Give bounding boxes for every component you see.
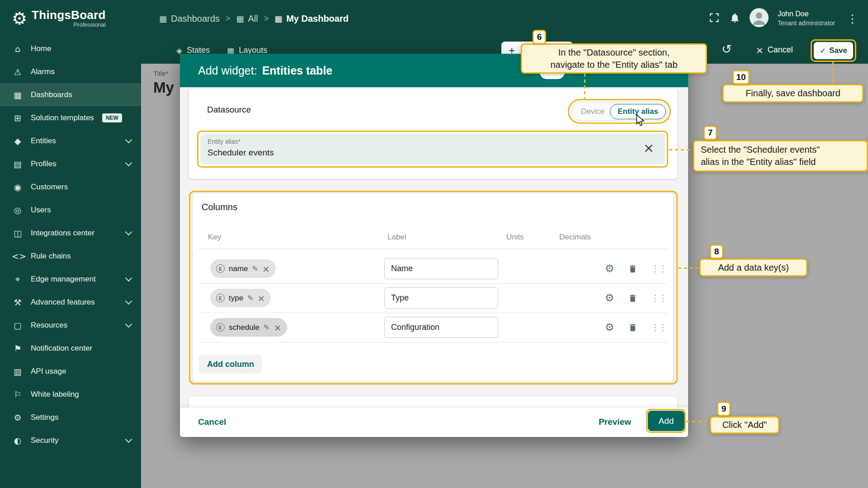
callout-7-number: 7 [703,126,717,140]
sidebar-item-security[interactable]: ◐ Security [0,429,141,452]
delete-key-trash-icon[interactable] [628,323,637,334]
key-settings-gear-icon[interactable]: ⚙ [605,263,614,274]
edit-pencil-icon[interactable]: ✎ [264,323,269,332]
edit-pencil-icon[interactable]: ✎ [247,294,253,302]
sidebar-item-notification-center[interactable]: ⚑ Notification center [0,337,141,360]
delete-key-trash-icon[interactable] [628,264,637,276]
users-icon: ◎ [12,205,24,215]
sidebar-item-advanced-features[interactable]: ⚒ Advanced features [0,291,141,314]
preview-button[interactable]: Preview [599,417,631,427]
column-label-input[interactable] [384,317,498,338]
dashboards-icon: ▦ [12,90,24,100]
profiles-icon: ▤ [12,159,24,169]
drag-handle-icon[interactable]: ⋮⋮ [651,293,666,303]
sidebar-item-white-labeling[interactable]: ⚐ White labeling [0,383,141,406]
sidebar-item-edge-management[interactable]: ⌖ Edge management [0,267,141,291]
remove-key-icon[interactable]: × [258,294,265,302]
cancel-dashboard-edit-button[interactable]: × Cancel [756,45,793,55]
add-button[interactable]: Add [648,411,684,431]
drag-handle-icon[interactable]: ⋮⋮ [651,263,666,273]
dashboard-grid-icon: ▦ [236,14,244,23]
history-undo-icon[interactable]: ↺ [722,42,732,56]
security-icon: ◐ [12,436,24,446]
connector-callout-6 [584,74,585,99]
sidebar-item-dashboards[interactable]: ▦ Dashboards [0,83,141,106]
sidebar-item-customers[interactable]: ◉ Customers [0,175,141,198]
dialog-cancel-button[interactable]: Cancel [198,417,226,427]
callout-9: Click "Add" [710,416,779,434]
add-widget-dialog: Add widget: Entities table Datasource De… [180,54,688,437]
delete-key-trash-icon[interactable] [628,293,637,305]
key-chip-schedule[interactable]: E schedule ✎ × [210,318,287,337]
avatar[interactable] [750,8,769,29]
drag-handle-icon[interactable]: ⋮⋮ [651,322,666,332]
save-dashboard-button[interactable]: ✓ Save [814,42,853,59]
fullscreen-icon[interactable] [708,12,720,25]
dashboard-grid-icon: ▦ [159,14,167,23]
alarm-icon: ⚠ [12,67,24,77]
chevron-down-icon [125,229,132,236]
sidebar-item-home[interactable]: ⌂ Home [0,37,141,60]
customers-icon: ◉ [12,182,24,192]
dialog-title: Entities table [262,64,333,77]
sidebar-item-alarms[interactable]: ⚠ Alarms [0,60,141,83]
integrations-icon: ◫ [12,228,24,238]
toggle-device[interactable]: Device [572,107,608,116]
callout-8-number: 8 [710,244,723,259]
dialog-title-prefix: Add widget: [198,64,257,77]
breadcrumb-separator: > [226,14,231,23]
sidebar: ⚙ ThingsBoard Professional ⌂ Home ⚠ Alar… [0,0,141,488]
sidebar-item-resources[interactable]: ▢ Resources [0,314,141,337]
user-name: John Doe [778,9,835,19]
brand-name: ThingsBoard [32,9,106,21]
sidebar-item-profiles[interactable]: ▤ Profiles [0,152,141,175]
col-header-label: Label [387,233,406,242]
sidebar-item-rule-chains[interactable]: <> Rule chains [0,244,141,267]
add-column-button[interactable]: Add column [199,355,262,374]
new-badge: NEW [102,113,122,122]
entities-icon: ◆ [12,136,24,146]
clear-icon[interactable]: × [643,140,654,155]
thingsboard-app: ⚙ ThingsBoard Professional ⌂ Home ⚠ Alar… [0,0,868,488]
sidebar-item-solution-templates[interactable]: ⊞ Solution templates NEW [0,106,141,129]
entity-alias-label: Entity alias* [208,138,241,145]
chevron-down-icon [125,136,132,144]
brand-logo[interactable]: ⚙ ThingsBoard Professional [0,0,141,37]
sidebar-item-settings[interactable]: ⚙ Settings [0,406,141,429]
kebab-menu-icon[interactable]: ⋮ [844,12,858,25]
divider [198,313,668,313]
edge-management-icon: ⌖ [12,274,24,284]
key-settings-gear-icon[interactable]: ⚙ [605,321,614,333]
edit-pencil-icon[interactable]: ✎ [252,264,258,273]
next-section-card [189,396,677,408]
entity-alias-field[interactable]: Entity alias* Scheduler events × [200,134,665,164]
chevron-down-icon [125,160,132,167]
top-header: ▦ Dashboards > ▦ All > ▦ My Dashboard Jo… [141,0,868,37]
sidebar-item-api-usage[interactable]: ▥ API usage [0,360,141,383]
white-labeling-icon: ⚐ [12,389,24,399]
column-label-input[interactable] [384,287,498,309]
home-icon: ⌂ [12,44,24,54]
sidebar-item-users[interactable]: ◎ Users [0,198,141,221]
columns-card: Columns Key Label Units Decimals E name … [193,193,673,382]
chevron-down-icon [125,298,132,305]
remove-key-icon[interactable]: × [274,324,281,332]
callout-8: Add a data key(s) [699,258,807,277]
col-header-key: Key [208,233,221,242]
key-settings-gear-icon[interactable]: ⚙ [605,292,614,304]
notifications-bell-icon[interactable] [729,12,741,25]
user-info[interactable]: John Doe Tenant administrator [778,9,835,28]
breadcrumb-separator: > [264,14,269,23]
remove-key-icon[interactable]: × [262,265,270,273]
key-chip-name[interactable]: E name ✎ × [210,259,276,278]
rule-chains-icon: <> [12,251,24,261]
breadcrumb-all[interactable]: ▦ All [236,14,258,24]
column-label-input[interactable] [384,258,498,279]
key-chip-type[interactable]: E type ✎ × [210,289,271,307]
breadcrumb-my-dashboard[interactable]: ▦ My Dashboard [274,14,349,24]
sidebar-item-integrations-center[interactable]: ◫ Integrations center [0,221,141,244]
sidebar-item-entities[interactable]: ◆ Entities [0,129,141,152]
datasource-card: Datasource Device Entity alias Entity al… [189,89,677,179]
breadcrumb-dashboards[interactable]: ▦ Dashboards [159,14,220,24]
connector-callout-10 [832,62,834,84]
